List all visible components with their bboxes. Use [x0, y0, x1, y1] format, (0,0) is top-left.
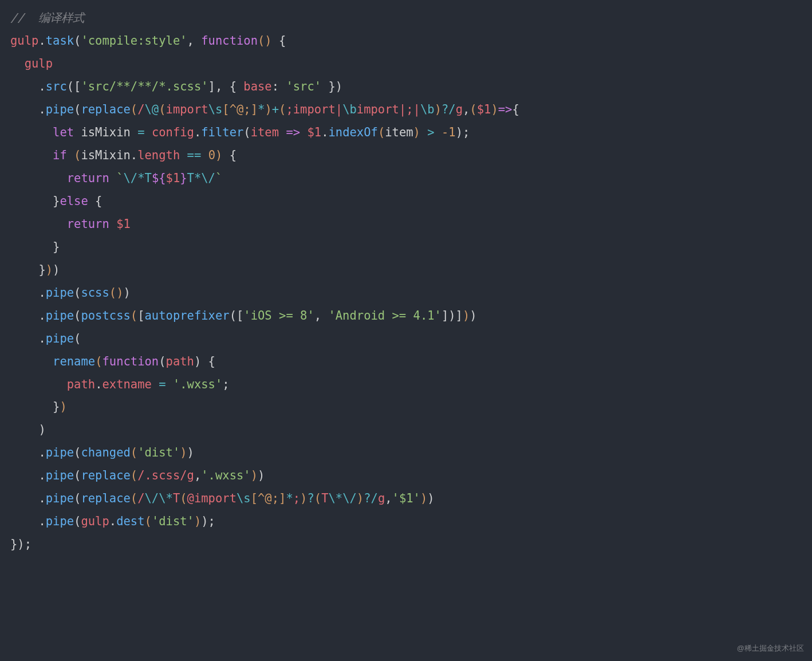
method-task: task: [46, 34, 74, 48]
string-dist-2: 'dist': [152, 514, 194, 528]
method-pipe-5: pipe: [46, 446, 74, 459]
param-path: path: [166, 355, 194, 368]
fn-postcss: postcss: [81, 309, 130, 322]
kw-return-2: return: [67, 217, 109, 231]
var-ismixin: isMixin: [81, 125, 130, 139]
method-src: src: [46, 80, 67, 93]
num-minus1: -1: [442, 125, 456, 139]
method-pipe-2: pipe: [46, 286, 74, 300]
fn-replace-2: replace: [81, 469, 130, 482]
prop-base: base: [243, 80, 271, 93]
param-dollar1: $1: [477, 103, 491, 116]
code-block: // 编译样式 gulp.task('compile:style', funct…: [0, 0, 812, 563]
comment-line: // 编译样式: [10, 11, 84, 25]
method-pipe-4: pipe: [46, 332, 74, 345]
method-indexof: indexOf: [328, 125, 377, 139]
method-pipe-3: pipe: [46, 309, 74, 322]
kw-return-1: return: [67, 171, 109, 185]
kw-if: if: [53, 148, 67, 162]
fn-replace-3: replace: [81, 491, 130, 505]
string-taskname: 'compile:style': [81, 34, 187, 48]
kw-function: function: [201, 34, 258, 48]
string-dist-1: 'dist': [137, 446, 180, 459]
fn-rename: rename: [53, 355, 95, 368]
method-pipe-7: pipe: [46, 491, 74, 505]
string-baseval: 'src': [286, 80, 321, 93]
prop-extname: extname: [102, 377, 151, 391]
ident-gulp: gulp: [10, 34, 38, 48]
string-srcglob: 'src/**/**/*.scss': [81, 80, 208, 93]
string-android: 'Android >= 4.1': [328, 309, 441, 322]
fn-scss: scss: [81, 286, 109, 300]
regex-1: /\@(import\s[^@;]*)+(;import|\bimport|;|…: [137, 103, 463, 116]
fn-changed: changed: [81, 446, 130, 459]
prop-length: length: [137, 148, 180, 162]
kw-let: let: [53, 125, 74, 139]
kw-else: else: [60, 194, 88, 208]
regex-2: /.scss/g: [137, 469, 194, 482]
arrow: =>: [498, 103, 513, 116]
string-wxss: '.wxss': [173, 377, 222, 391]
string-wxss2: '.wxss': [201, 469, 250, 482]
method-pipe-1: pipe: [46, 103, 74, 116]
num-zero: 0: [208, 148, 215, 162]
method-pipe-6: pipe: [46, 469, 74, 482]
regex-3: /\/\*T(@import\s[^@;]*;)?(T\*\/)?/g: [137, 491, 385, 505]
method-filter: filter: [201, 125, 243, 139]
ident-gulp2: gulp: [25, 57, 53, 70]
param-item: item: [251, 125, 279, 139]
method-dest: dest: [116, 514, 144, 528]
string-dollar1: '$1': [392, 491, 420, 505]
fn-autoprefixer: autoprefixer: [145, 309, 230, 322]
string-ios: 'iOS >= 8': [243, 309, 314, 322]
ident-config: config: [152, 125, 194, 139]
template-literal: `\/*T${$1}T*\/`: [116, 171, 222, 185]
fn-replace-1: replace: [81, 103, 130, 116]
watermark: @稀土掘金技术社区: [737, 641, 804, 655]
method-pipe-8: pipe: [46, 514, 74, 528]
